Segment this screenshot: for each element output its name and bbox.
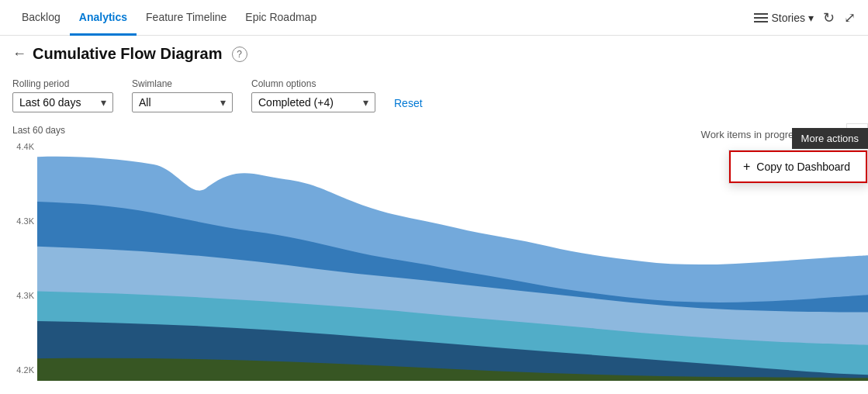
chart-period-label: Last 60 days (12, 125, 65, 136)
plus-icon: + (743, 160, 750, 174)
reset-button[interactable]: Reset (394, 94, 423, 112)
page-title: Cumulative Flow Diagram (33, 45, 223, 63)
nav-item-backlog[interactable]: Backlog (12, 0, 70, 36)
stories-chevron-icon: ▾ (808, 12, 814, 24)
swimlane-group: Swimlane All ▾ (132, 78, 233, 112)
y-label-2: 4.3K (3, 216, 34, 226)
y-label-1: 4.4K (3, 142, 34, 151)
y-axis: 4.4K 4.3K 4.3K 4.2K (0, 142, 37, 381)
rolling-period-select[interactable]: Last 60 days ▾ (12, 92, 113, 112)
rolling-period-label: Rolling period (12, 78, 113, 89)
refresh-icon[interactable]: ↻ (823, 9, 835, 26)
column-options-label: Column options (251, 78, 375, 89)
rolling-period-chevron-icon: ▾ (101, 96, 106, 109)
stories-button[interactable]: Stories ▾ (754, 12, 814, 24)
fullscreen-icon[interactable]: ⤢ (844, 9, 856, 26)
back-button[interactable]: ← (12, 46, 26, 62)
hamburger-icon (754, 13, 768, 22)
filter-row: Rolling period Last 60 days ▾ Swimlane A… (0, 72, 868, 119)
swimlane-chevron-icon: ▾ (220, 96, 226, 109)
y-label-3: 4.3K (3, 291, 34, 300)
nav-item-feature-timeline[interactable]: Feature Timeline (137, 0, 236, 36)
nav-bar: Backlog Analytics Feature Timeline Epic … (0, 0, 868, 36)
help-icon[interactable]: ? (232, 47, 247, 62)
column-options-group: Column options Completed (+4) ▾ (251, 78, 375, 112)
column-options-select[interactable]: Completed (+4) ▾ (251, 92, 375, 112)
nav-right: Stories ▾ ↻ ⤢ (754, 9, 856, 26)
swimlane-label: Swimlane (132, 78, 233, 89)
rolling-period-group: Rolling period Last 60 days ▾ (12, 78, 113, 112)
more-actions-button[interactable]: More actions (792, 128, 868, 149)
column-options-chevron-icon: ▾ (363, 96, 368, 109)
dropdown-popup: + Copy to Dashboard (728, 150, 868, 184)
page-header: ← Cumulative Flow Diagram ? (0, 36, 868, 72)
nav-item-epic-roadmap[interactable]: Epic Roadmap (236, 0, 326, 36)
chart-area: Last 60 days Work items in progress 14 .… (0, 119, 868, 381)
nav-item-analytics[interactable]: Analytics (70, 0, 137, 36)
y-label-4: 4.2K (3, 365, 34, 375)
copy-to-dashboard-item[interactable]: + Copy to Dashboard (729, 150, 867, 183)
swimlane-select[interactable]: All ▾ (132, 92, 233, 112)
